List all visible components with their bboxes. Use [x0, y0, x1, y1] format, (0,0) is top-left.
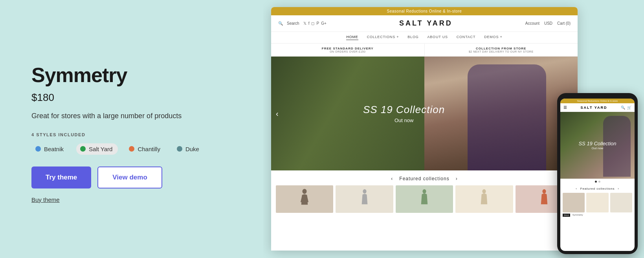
delivery-collection-title: COLLECTION FROM STORE	[426, 47, 576, 50]
mobile-thumb-2[interactable]	[586, 193, 608, 212]
featured-next-icon[interactable]: ›	[456, 176, 458, 181]
nav-contact[interactable]: CONTACT	[457, 35, 475, 40]
account-label[interactable]: Account	[525, 21, 539, 26]
dot-2	[598, 181, 600, 183]
styles-label: 4 STYLES INCLUDED	[31, 132, 240, 137]
nav-home[interactable]: HOME	[346, 35, 358, 40]
right-panel: Seasonal Reductions Online & In-store 🔍 …	[263, 0, 644, 258]
left-panel: Symmetry $180 Great for stores with a la…	[0, 0, 263, 258]
beatnik-dot	[35, 146, 41, 152]
delivery-standard: FREE STANDARD DELIVERY ON ORDERS OVER £1…	[271, 44, 425, 56]
product-thumb-3[interactable]	[396, 185, 453, 213]
hero-prev-button[interactable]: ‹	[276, 109, 279, 118]
mobile-thumb-3[interactable]	[610, 193, 632, 212]
mobile-sale-badges: SALE Symmetry	[563, 214, 632, 217]
social-icons: 𝕏 f ◻ P G+	[303, 21, 327, 26]
mobile-hero-title: SS 19 Collection	[578, 141, 616, 146]
sale-sub-label: Symmetry	[572, 214, 583, 217]
delivery-collection-sub: $2 NEXT DAY DELIVERY TO OUR NY STORE	[426, 50, 576, 53]
mobile-hero-sub: Out now	[578, 146, 616, 150]
store-topbar-right: Account USD Cart (0)	[525, 21, 571, 26]
style-option-chantilly[interactable]: Chantilly	[125, 143, 166, 155]
sale-badge-1: SALE	[563, 214, 570, 217]
mobile-topbar: ☰ SALT YARD 🔍 🛒	[560, 103, 635, 112]
mobile-featured-next[interactable]: ›	[618, 187, 619, 190]
mobile-search-icon: 🔍	[621, 106, 625, 110]
svg-point-1	[363, 189, 366, 193]
hero-text-block: SS 19 Collection Out now	[363, 104, 445, 123]
store-nav: HOME COLLECTIONS + BLOG ABOUT US CONTACT…	[271, 32, 578, 44]
mobile-cart-icon: 🛒	[627, 106, 631, 110]
featured-prev-icon[interactable]: ‹	[391, 176, 393, 181]
style-options: Beatnik Salt Yard Chantilly Duke	[31, 143, 240, 155]
mobile-hero: SS 19 Collection Out now	[560, 112, 635, 179]
gplus-icon: G+	[321, 21, 327, 26]
twitter-icon: 𝕏	[303, 21, 306, 26]
dot-1	[595, 181, 597, 183]
chantilly-dot	[129, 146, 134, 152]
nav-collections[interactable]: COLLECTIONS +	[367, 35, 399, 40]
mobile-thumb-1[interactable]	[563, 193, 585, 212]
store-topbar: 🔍 Search 𝕏 f ◻ P G+ SALT YARD Account US…	[271, 15, 578, 32]
style-option-duke[interactable]: Duke	[173, 143, 205, 155]
buy-theme-link[interactable]: Buy theme	[31, 196, 240, 203]
svg-point-3	[483, 189, 486, 193]
action-buttons: Try theme View demo	[31, 167, 240, 188]
mobile-banner: Seasonal Reductions Online & In-store	[560, 99, 635, 103]
mobile-featured: ‹ Featured collections › SALE Symmetry	[560, 185, 635, 218]
instagram-icon: ◻	[311, 21, 314, 26]
svg-point-2	[422, 189, 426, 193]
featured-label: Featured collections	[399, 176, 449, 181]
mobile-logo: SALT YARD	[581, 106, 607, 110]
style-option-saltyard[interactable]: Salt Yard	[76, 143, 118, 155]
hero-subtitle: Out now	[363, 117, 445, 123]
pinterest-icon: P	[316, 21, 319, 26]
duke-label: Duke	[185, 146, 199, 152]
currency-label[interactable]: USD	[544, 21, 552, 26]
nav-blog[interactable]: BLOG	[407, 35, 418, 40]
store-topbar-left: 🔍 Search 𝕏 f ◻ P G+	[278, 21, 327, 26]
mobile-hero-text: SS 19 Collection Out now	[578, 141, 616, 150]
product-thumbnails	[276, 185, 573, 213]
mobile-menu-icon: ☰	[563, 105, 567, 110]
desktop-preview: Seasonal Reductions Online & In-store 🔍 …	[271, 7, 578, 251]
mobile-carousel-dots	[560, 179, 635, 185]
delivery-standard-sub: ON ORDERS OVER £150	[273, 50, 423, 53]
store-logo: SALT YARD	[399, 19, 453, 27]
search-icon: 🔍	[278, 21, 283, 26]
featured-header: ‹ Featured collections ›	[276, 176, 573, 181]
nav-demos[interactable]: DEMOS +	[484, 35, 502, 40]
theme-title: Symmetry	[31, 63, 240, 87]
theme-description: Great for stores with a large number of …	[31, 111, 240, 121]
mobile-inner: Seasonal Reductions Online & In-store ☰ …	[560, 99, 635, 251]
saltyard-dot	[80, 146, 86, 152]
mobile-topbar-icons: 🔍 🛒	[621, 106, 631, 110]
mobile-featured-title: ‹ Featured collections ›	[563, 187, 632, 190]
chantilly-label: Chantilly	[138, 146, 160, 152]
svg-point-4	[542, 189, 546, 193]
product-thumb-4[interactable]	[455, 185, 513, 213]
delivery-collection: COLLECTION FROM STORE $2 NEXT DAY DELIVE…	[425, 44, 578, 56]
beatnik-label: Beatnik	[44, 146, 64, 152]
view-demo-button[interactable]: View demo	[97, 167, 162, 188]
facebook-icon: f	[308, 21, 310, 26]
mobile-thumbnails	[563, 193, 632, 212]
hero-title: SS 19 Collection	[363, 104, 445, 116]
duke-dot	[177, 146, 182, 152]
product-thumb-2[interactable]	[336, 185, 393, 213]
product-thumb-1[interactable]	[276, 185, 333, 213]
style-option-beatnik[interactable]: Beatnik	[31, 143, 69, 155]
featured-section: ‹ Featured collections ›	[271, 170, 578, 216]
mobile-featured-prev[interactable]: ‹	[576, 187, 577, 190]
hero-area: ‹ SS 19 Collection Out now ›	[271, 57, 578, 170]
theme-price: $180	[31, 91, 240, 104]
search-label: Search	[287, 21, 299, 26]
saltyard-label: Salt Yard	[89, 146, 112, 152]
cart-label[interactable]: Cart (0)	[557, 21, 571, 26]
nav-about[interactable]: ABOUT US	[427, 35, 448, 40]
svg-point-0	[303, 188, 307, 194]
store-banner: Seasonal Reductions Online & In-store	[271, 7, 578, 15]
try-theme-button[interactable]: Try theme	[31, 167, 91, 188]
mobile-preview: Seasonal Reductions Online & In-store ☰ …	[557, 93, 638, 254]
delivery-standard-title: FREE STANDARD DELIVERY	[273, 47, 423, 50]
